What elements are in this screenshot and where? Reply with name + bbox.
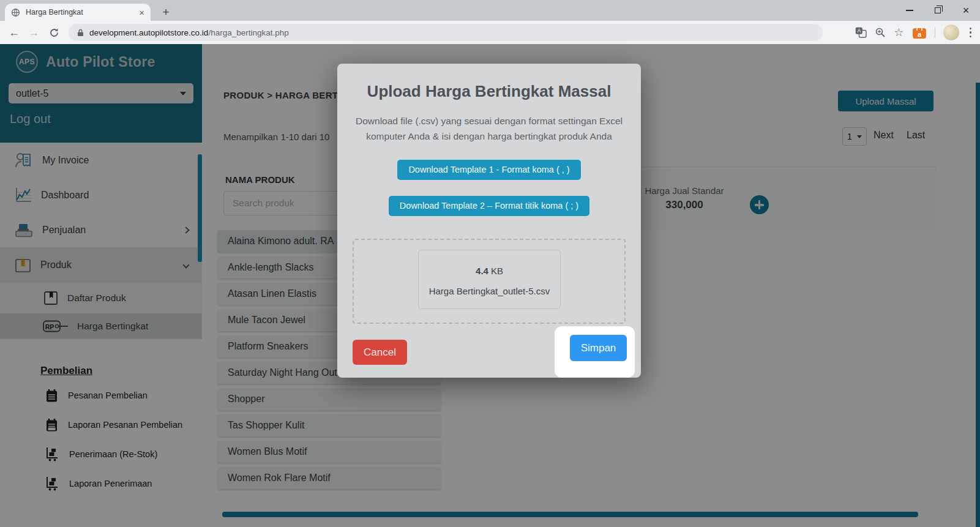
extension-icon[interactable]: a xyxy=(912,25,927,40)
restore-icon xyxy=(935,7,941,13)
minimize-button[interactable] xyxy=(896,0,924,21)
profile-avatar[interactable] xyxy=(943,24,959,40)
modal-description: Download file (.csv) yang sesuai dengan … xyxy=(354,114,624,144)
tab-close-icon[interactable]: × xyxy=(139,8,144,17)
reload-button[interactable] xyxy=(49,28,59,38)
toolbar-icons: A ☆ a xyxy=(855,23,974,42)
window-controls: × xyxy=(896,0,980,21)
padlock-icon xyxy=(77,29,84,37)
upload-modal: Upload Harga Bertingkat Massal Download … xyxy=(337,64,641,378)
file-size-value: 4.4 xyxy=(476,266,488,276)
zoom-icon[interactable] xyxy=(875,27,886,38)
browser-menu-icon[interactable] xyxy=(967,28,974,38)
file-name: Harga Bertingkat_outlet-5.csv xyxy=(419,286,560,296)
modal-title: Upload Harga Bertingkat Massal xyxy=(337,82,641,101)
forward-button[interactable]: → xyxy=(28,27,39,38)
save-button[interactable]: Simpan xyxy=(570,335,627,361)
download-template2-button[interactable]: Download Template 2 – Format titik koma … xyxy=(389,196,589,216)
minimize-icon xyxy=(906,10,913,11)
file-size-unit: KB xyxy=(491,266,503,276)
back-button[interactable]: ← xyxy=(9,27,20,38)
restore-button[interactable] xyxy=(924,0,952,21)
svg-text:a: a xyxy=(917,31,921,38)
close-button[interactable]: × xyxy=(952,0,980,21)
url-domain: development.autopilotstore.co.id xyxy=(89,28,208,37)
file-size: 4.4KB xyxy=(419,266,560,276)
uploaded-file-card: 4.4KB Harga Bertingkat_outlet-5.csv xyxy=(418,250,561,309)
globe-favicon-icon xyxy=(11,8,20,17)
tab-title: Harga Bertingkat xyxy=(26,8,133,17)
browser-tab[interactable]: Harga Bertingkat × xyxy=(5,4,151,21)
translate-icon[interactable]: A xyxy=(855,27,867,38)
new-tab-button[interactable]: + xyxy=(158,4,174,20)
url-text: development.autopilotstore.co.id/harga_b… xyxy=(89,28,289,37)
download-template1-button[interactable]: Download Template 1 - Format koma ( , ) xyxy=(397,160,580,180)
toolbar-divider xyxy=(935,27,935,38)
browser-window: Harga Bertingkat × + × ← → development.a… xyxy=(0,0,980,527)
bookmark-star-icon[interactable]: ☆ xyxy=(894,27,903,38)
browser-frame: Harga Bertingkat × + × xyxy=(0,0,980,21)
url-path: /harga_bertingkat.php xyxy=(208,28,288,37)
url-bar[interactable]: development.autopilotstore.co.id/harga_b… xyxy=(69,24,823,41)
svg-text:A: A xyxy=(858,28,861,34)
cancel-button[interactable]: Cancel xyxy=(353,340,407,365)
close-icon: × xyxy=(963,5,970,16)
